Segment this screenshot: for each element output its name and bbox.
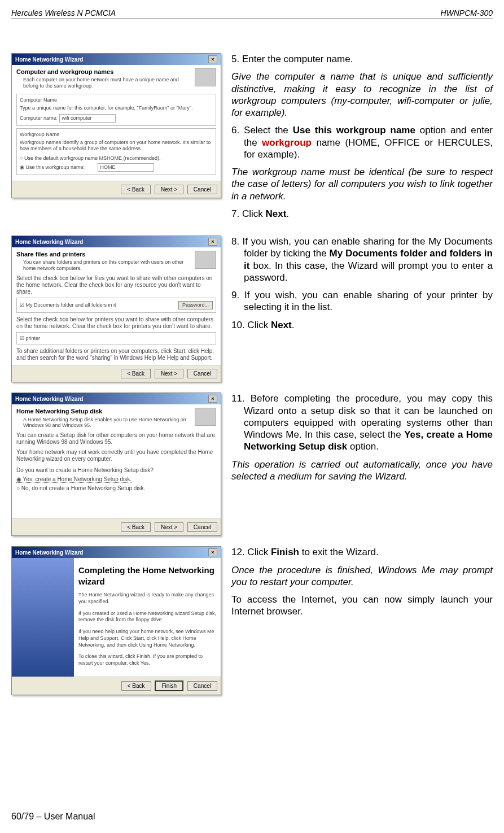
- radio-custom-workgroup[interactable]: Use this workgroup name:: [20, 164, 85, 170]
- dialog2-heading: Share files and printers: [16, 251, 216, 258]
- dialog1-heading: Computer and workgroup names: [16, 68, 216, 76]
- radio-yes-disk[interactable]: Yes, create a Home Networking Setup disk…: [16, 476, 132, 483]
- step-11: 11. Before completing the procedure, you…: [231, 392, 493, 452]
- cancel-button[interactable]: Cancel: [187, 681, 217, 691]
- step-5: 5. Enter the computer name.: [231, 53, 493, 65]
- close-icon[interactable]: ×: [208, 548, 217, 556]
- computer-name-group-label: Computer Name: [20, 97, 213, 103]
- step-11-note: This operation is carried out automatica…: [231, 459, 493, 483]
- page-footer: 60/79 – User Manual: [11, 812, 95, 822]
- dialog3-heading: Home Networking Setup disk: [16, 408, 216, 415]
- dialog-setup-disk: Home Networking Wizard × Home Networking…: [11, 392, 221, 536]
- computer-name-input[interactable]: wifi computer: [59, 114, 116, 123]
- close-icon[interactable]: ×: [208, 238, 217, 246]
- computer-name-label: Computer name:: [20, 115, 58, 121]
- close-icon[interactable]: ×: [208, 55, 217, 63]
- dialog3-text2: Your home network may not work correctly…: [16, 449, 216, 463]
- close-icon[interactable]: ×: [208, 395, 217, 403]
- next-button[interactable]: Next >: [155, 185, 183, 194]
- cancel-button[interactable]: Cancel: [187, 369, 217, 378]
- computer-icon: [195, 68, 216, 86]
- cancel-button[interactable]: Cancel: [187, 185, 217, 194]
- mydocs-checkbox[interactable]: My Documents folder and all folders in i…: [20, 302, 116, 308]
- workgroup-input[interactable]: HOME: [98, 163, 154, 172]
- workgroup-desc: Workgroup names identify a group of comp…: [20, 139, 213, 152]
- step-10: 10. Click Next.: [231, 319, 493, 331]
- step-6: 6. Select the Use this workgroup name op…: [231, 124, 493, 160]
- step-12-note: Once the procedure is finished, Windows …: [231, 564, 493, 588]
- dialog2-sub: You can share folders and printers on th…: [23, 259, 216, 272]
- step-7: 7. Click Next.: [231, 208, 493, 220]
- radio-no-disk[interactable]: No, do not create a Home Networking Setu…: [16, 485, 145, 491]
- finish-button[interactable]: Finish: [155, 681, 183, 691]
- dialog2-title: Home Networking Wizard: [15, 239, 83, 245]
- step-9: 9. If you wish, you can enable sharing o…: [231, 289, 493, 313]
- back-button[interactable]: < Back: [121, 185, 151, 194]
- back-button[interactable]: < Back: [121, 369, 151, 378]
- computer-name-desc: Type a unique name for this computer, fo…: [20, 105, 213, 111]
- share-icon: [195, 251, 216, 269]
- next-button[interactable]: Next >: [155, 522, 183, 532]
- dialog2-text2: Select the check box below for printers …: [16, 316, 216, 330]
- step-12: 12. Click Finish to exit the Wizard.: [231, 546, 493, 558]
- printer-checkbox[interactable]: printer: [20, 335, 40, 341]
- workgroup-group-label: Workgroup Name: [20, 132, 213, 138]
- dialog1-sub: Each computer on your home network must …: [23, 77, 216, 89]
- dialog4-title: Home Networking Wizard: [15, 549, 83, 556]
- cancel-button[interactable]: Cancel: [187, 522, 217, 532]
- back-button[interactable]: < Back: [121, 522, 151, 532]
- step-12-last: To access the Internet, you can now simp…: [231, 594, 493, 618]
- next-button[interactable]: Next >: [155, 369, 183, 378]
- wizard-banner: [12, 558, 74, 677]
- radio-default-workgroup[interactable]: Use the default workgroup name MSHOME (r…: [20, 155, 161, 161]
- dialog3-question: Do you want to create a Home Networking …: [16, 467, 216, 474]
- dialog1-title: Home Networking Wizard: [15, 56, 83, 63]
- password-button[interactable]: Password...: [178, 301, 213, 309]
- step-8: 8. If you wish, you can enable sharing f…: [231, 235, 493, 284]
- dialog3-sub: A Home Networking Setup disk enables you…: [23, 417, 216, 429]
- header-right: HWNPCM-300: [440, 8, 493, 18]
- step-5-note: Give the computer a name that is unique …: [231, 71, 493, 119]
- step-6-note: The workgroup name must be identical (be…: [231, 166, 493, 202]
- dialog-computer-workgroup: Home Networking Wizard × Computer and wo…: [11, 53, 221, 198]
- dialog2-text1: Select the check box below for files you…: [16, 275, 216, 295]
- disk-icon: [195, 408, 216, 426]
- back-button[interactable]: < Back: [121, 681, 151, 691]
- dialog-completing: Home Networking Wizard × Completing the …: [11, 546, 221, 695]
- dialog3-text1: You can create a Setup disk for other co…: [16, 432, 216, 446]
- header-left: Hercules Wireless N PCMCIA: [11, 8, 116, 18]
- dialog2-text3: To share additional folders or printers …: [16, 348, 216, 361]
- dialog-share-files: Home Networking Wizard × Share files and…: [11, 235, 221, 382]
- dialog3-title: Home Networking Wizard: [15, 396, 83, 402]
